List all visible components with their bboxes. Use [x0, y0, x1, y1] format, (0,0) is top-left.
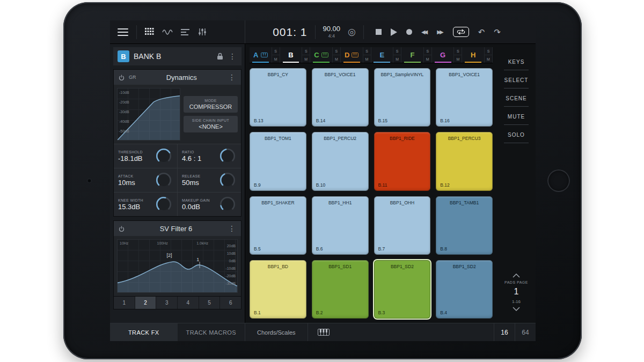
- mixer-view-icon[interactable]: [198, 28, 207, 36]
- svf-band-6[interactable]: 6: [220, 297, 241, 309]
- knee-width-knob[interactable]: [151, 191, 177, 217]
- pad-b4[interactable]: BBP1_SD2 B.4: [436, 260, 493, 319]
- waveform-view-icon[interactable]: [162, 28, 173, 36]
- dynamics-module: GR Dynamics ⋮ -10dB -20dB: [113, 69, 241, 217]
- pad-b14[interactable]: BBP1_VOICE1 B.14: [312, 68, 369, 127]
- svf-band-1[interactable]: 1: [114, 297, 135, 309]
- pad-b16[interactable]: BBP1_VOICE1 B.16: [436, 68, 493, 127]
- redo-button[interactable]: ↷: [494, 28, 501, 36]
- svf-band-5[interactable]: 5: [199, 297, 221, 309]
- solo-mode-button[interactable]: SOLO: [504, 132, 529, 143]
- dynamics-menu-button[interactable]: ⋮: [227, 73, 237, 82]
- bank-menu-button[interactable]: ⋮: [228, 52, 237, 61]
- filter-eq-graph[interactable]: 10Hz 100Hz 1.0kHz 20dB 10dB 0dB -10dB -2…: [117, 239, 238, 293]
- bank-solo-button[interactable]: S: [454, 47, 462, 55]
- record-button[interactable]: [406, 29, 412, 35]
- filter-node-1-label[interactable]: 1: [196, 257, 199, 262]
- loop-button[interactable]: [453, 27, 469, 37]
- chords-scales-button[interactable]: Chords/Scales: [245, 329, 308, 336]
- bank-title: BANK B: [134, 52, 213, 61]
- bank-mute-button[interactable]: M: [272, 55, 280, 63]
- compressor-graph[interactable]: -10dB -20dB -30dB -40dB -50dB: [117, 88, 180, 141]
- bank-mute-button[interactable]: M: [302, 55, 310, 63]
- bank-solo-button[interactable]: S: [393, 47, 401, 55]
- release-knob[interactable]: [215, 167, 240, 193]
- bank-tab-b[interactable]: B S M: [280, 47, 311, 63]
- svf-band-2[interactable]: 2: [135, 297, 157, 309]
- bank-header[interactable]: B BANK B ⋮: [113, 47, 241, 65]
- makeup-gain-knob[interactable]: [215, 191, 240, 217]
- play-button[interactable]: [391, 28, 397, 36]
- pad-b15[interactable]: BBP1_SampleVINYL B.15: [374, 68, 431, 127]
- svf-band-3[interactable]: 3: [156, 297, 178, 309]
- page-down-chevron-icon[interactable]: [513, 307, 520, 311]
- pad-number: B.15: [378, 118, 388, 123]
- pad-count-16-button[interactable]: 16: [494, 323, 515, 341]
- threshold-knob[interactable]: [151, 143, 177, 169]
- pad-b7[interactable]: BBP1_OHH B.7: [374, 196, 431, 255]
- pad-b2[interactable]: BBP1_SD1 B.2: [312, 260, 369, 319]
- bank-solo-button[interactable]: S: [333, 47, 340, 55]
- select-mode-button[interactable]: SELECT: [504, 77, 529, 88]
- pad-b11[interactable]: BBP1_RIDE B.11: [374, 132, 431, 190]
- attack-knob[interactable]: [151, 167, 177, 193]
- sv-filter-menu-button[interactable]: ⋮: [227, 224, 237, 233]
- bank-solo-button[interactable]: S: [272, 47, 280, 55]
- piano-keyboard-icon[interactable]: [308, 329, 339, 336]
- pad-b10[interactable]: BBP1_PERCU2 B.10: [312, 132, 369, 190]
- bank-mute-button[interactable]: M: [363, 55, 371, 63]
- pad-b12[interactable]: BBP1_PERCU3 B.12: [436, 132, 493, 190]
- tab-track-fx[interactable]: TRACK FX: [110, 323, 178, 341]
- svf-band-4[interactable]: 4: [178, 297, 199, 309]
- pad-number: B.7: [378, 246, 385, 252]
- filter-node-2-label[interactable]: [2]: [166, 253, 172, 258]
- bank-tab-h[interactable]: H S M: [462, 47, 493, 63]
- keys-mode-button[interactable]: KEYS: [504, 59, 529, 70]
- bank-solo-button[interactable]: S: [424, 47, 431, 55]
- track-list-view-icon[interactable]: [181, 29, 190, 35]
- bank-solo-button[interactable]: S: [363, 47, 371, 55]
- power-icon[interactable]: [118, 74, 125, 81]
- bank-tab-e[interactable]: E S M: [371, 47, 402, 63]
- home-button[interactable]: [547, 169, 570, 192]
- stop-button[interactable]: [376, 29, 382, 35]
- metronome-button[interactable]: ◎: [348, 26, 356, 38]
- rewind-button[interactable]: ◀◀: [421, 29, 428, 35]
- ratio-knob[interactable]: [215, 143, 240, 169]
- tab-track-macros[interactable]: TRACK MACROS: [178, 323, 245, 341]
- bank-tab-g[interactable]: G S M: [432, 47, 463, 63]
- song-position-display[interactable]: 001: 1: [273, 26, 307, 39]
- fast-forward-button[interactable]: ▶▶: [437, 29, 443, 35]
- pad-grid-view-icon[interactable]: [145, 28, 154, 36]
- pad-b8[interactable]: BBP1_TAMB1 B.8: [436, 196, 493, 255]
- pad-b13[interactable]: BBP1_CY B.13: [250, 68, 306, 127]
- mode-selector[interactable]: MODE COMPRESSOR: [184, 96, 238, 113]
- power-icon[interactable]: [118, 225, 125, 232]
- bank-mute-button[interactable]: M: [485, 55, 492, 63]
- bank-mute-button[interactable]: M: [454, 55, 462, 63]
- scene-mode-button[interactable]: SCENE: [504, 95, 529, 107]
- sidechain-selector[interactable]: SIDE CHAIN INPUT <NONE>: [184, 116, 238, 132]
- bank-mute-button[interactable]: M: [333, 55, 340, 63]
- pad-b5[interactable]: BBP1_SHAKER B.5: [250, 196, 306, 255]
- undo-button[interactable]: ↶: [478, 28, 485, 36]
- bank-tab-d[interactable]: D S M: [341, 47, 371, 63]
- hamburger-menu-icon[interactable]: [118, 28, 128, 36]
- bank-mute-button[interactable]: M: [424, 55, 431, 63]
- pad-count-64-button[interactable]: 64: [515, 323, 536, 341]
- page-up-chevron-icon[interactable]: [513, 274, 520, 278]
- pad-b3-selected[interactable]: BBP1_SD2 B.3: [374, 260, 431, 319]
- bank-tab-c[interactable]: C S M: [310, 47, 341, 63]
- bank-tab-f[interactable]: F S M: [401, 47, 432, 63]
- lock-icon[interactable]: [217, 53, 223, 60]
- gr-meter-label[interactable]: GR: [129, 75, 136, 80]
- pad-b1[interactable]: BBP1_BD B.1: [250, 260, 306, 319]
- bank-solo-button[interactable]: S: [302, 47, 310, 55]
- bank-solo-button[interactable]: S: [485, 47, 492, 55]
- bank-tab-a[interactable]: A S M: [250, 47, 280, 63]
- mute-mode-button[interactable]: MUTE: [504, 114, 529, 125]
- pad-b6[interactable]: BBP1_HH1 B.6: [312, 196, 369, 255]
- bank-mute-button[interactable]: M: [393, 55, 401, 63]
- tempo-display[interactable]: 90.00 4:4: [323, 25, 341, 39]
- pad-b9[interactable]: BBP1_TOM1 B.9: [250, 132, 306, 190]
